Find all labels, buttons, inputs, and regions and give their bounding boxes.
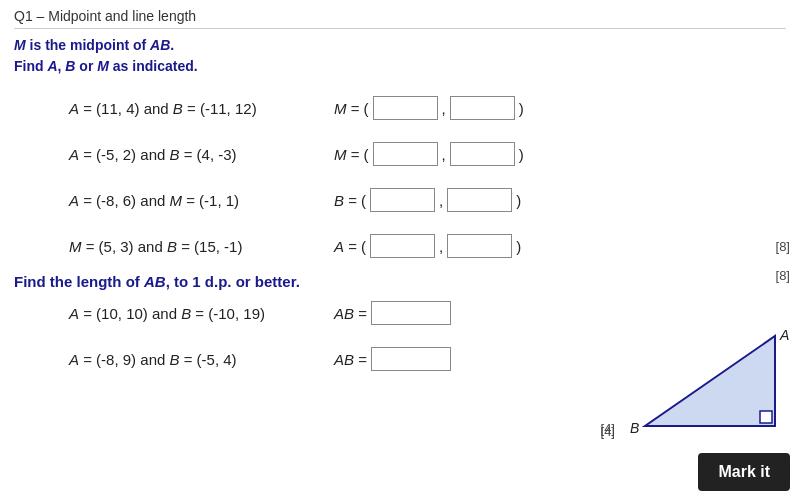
answer-input-1b[interactable] xyxy=(450,96,515,120)
length-label-2: AB = xyxy=(334,351,367,368)
length-input-1[interactable] xyxy=(371,301,451,325)
answer-input-3a[interactable] xyxy=(370,188,435,212)
answer-label-2: M = ( xyxy=(334,146,369,163)
problem-row-4: M = (5, 3) and B = (15, -1) A = ( , ) [8… xyxy=(14,223,786,269)
close-paren-4: ) xyxy=(516,238,521,255)
answer-input-3b[interactable] xyxy=(447,188,512,212)
section2-label: Find the length of AB, to 1 d.p. or bett… xyxy=(14,273,300,290)
problem-text-2: A = (-5, 2) and B = (4, -3) xyxy=(14,146,334,163)
mark-it-button[interactable]: Mark it xyxy=(698,453,790,491)
length-text-2: A = (-8, 9) and B = (-5, 4) xyxy=(14,351,334,368)
question-title: Q1 – Midpoint and line length xyxy=(14,8,786,29)
answer-input-4b[interactable] xyxy=(447,234,512,258)
answer-section-1: M = ( , ) xyxy=(334,96,524,120)
answer-input-1a[interactable] xyxy=(373,96,438,120)
close-paren-2: ) xyxy=(519,146,524,163)
answer-input-2a[interactable] xyxy=(373,142,438,166)
instruction-line2: Find A, B or M as indicated. xyxy=(14,56,786,77)
problem-text-4: M = (5, 3) and B = (15, -1) xyxy=(14,238,334,255)
answer-label-1: M = ( xyxy=(334,100,369,117)
length-text-1: A = (10, 10) and B = (-10, 19) xyxy=(14,305,334,322)
italic-m2: M xyxy=(97,58,109,74)
length-input-2[interactable] xyxy=(371,347,451,371)
problem-text-1: A = (11, 4) and B = (-11, 12) xyxy=(14,100,334,117)
marks-midpoint: [8] xyxy=(776,239,790,254)
problem-row-1: A = (11, 4) and B = (-11, 12) M = ( , ) xyxy=(14,85,786,131)
svg-marker-5 xyxy=(645,336,775,426)
svg-rect-6 xyxy=(760,411,772,423)
answer-label-4: A = ( xyxy=(334,238,366,255)
italic-a: A xyxy=(47,58,57,74)
problem-text-3: A = (-8, 6) and M = (-1, 1) xyxy=(14,192,334,209)
answer-section-2: M = ( , ) xyxy=(334,142,524,166)
length-answer-1: AB = xyxy=(334,301,451,325)
svg-text:A: A xyxy=(779,327,789,343)
italic-m: M xyxy=(14,37,26,53)
problem-row-3: A = (-8, 6) and M = (-1, 1) B = ( , ) xyxy=(14,177,786,223)
answer-section-3: B = ( , ) xyxy=(334,188,521,212)
instruction-line1: M is the midpoint of AB. xyxy=(14,35,786,56)
bottom-diagram: B A xyxy=(625,326,795,446)
answer-section-4: A = ( , ) xyxy=(334,234,521,258)
comma-4: , xyxy=(439,238,443,255)
italic-ab: AB xyxy=(150,37,170,53)
marks-length-badge: [4] xyxy=(601,424,615,439)
close-paren-3: ) xyxy=(516,192,521,209)
answer-input-4a[interactable] xyxy=(370,234,435,258)
comma-1: , xyxy=(442,100,446,117)
problem-row-2: A = (-5, 2) and B = (4, -3) M = ( , ) xyxy=(14,131,786,177)
answer-input-2b[interactable] xyxy=(450,142,515,166)
answer-label-3: B = ( xyxy=(334,192,366,209)
instructions: M is the midpoint of AB. Find A, B or M … xyxy=(14,35,786,77)
length-answer-2: AB = xyxy=(334,347,451,371)
svg-text:B: B xyxy=(630,420,639,436)
italic-b: B xyxy=(65,58,75,74)
close-paren-1: ) xyxy=(519,100,524,117)
length-label-1: AB = xyxy=(334,305,367,322)
section2-header: Find the length of AB, to 1 d.p. or bett… xyxy=(14,273,786,290)
marks-midpoint-badge: [8] xyxy=(776,268,790,283)
comma-2: , xyxy=(442,146,446,163)
comma-3: , xyxy=(439,192,443,209)
